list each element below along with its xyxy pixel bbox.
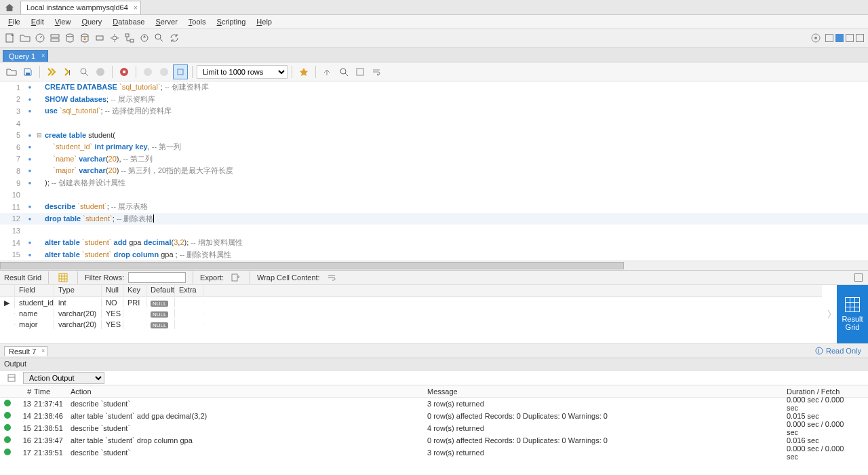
save-icon[interactable] bbox=[20, 64, 35, 79]
code-line[interactable]: 1●CREATE DATABASE `sql_tutorial`; -- 创建资… bbox=[0, 81, 868, 94]
result-tab[interactable]: Result 7 × bbox=[4, 346, 47, 356]
menu-help[interactable]: Help bbox=[251, 16, 277, 27]
close-icon[interactable]: × bbox=[134, 4, 138, 12]
query-tab[interactable]: Query 1 × bbox=[3, 50, 48, 62]
diagram-icon[interactable] bbox=[122, 31, 137, 45]
col-header[interactable]: Extra bbox=[175, 285, 203, 297]
connection-tab[interactable]: Local instance wampmysqld64 × bbox=[20, 1, 141, 14]
beautify-icon[interactable] bbox=[320, 64, 335, 79]
commit-icon[interactable] bbox=[140, 64, 155, 79]
col-header[interactable]: Field bbox=[15, 285, 54, 297]
status-ok-icon bbox=[4, 412, 11, 419]
app-tab-bar: Local instance wampmysqld64 × bbox=[0, 0, 868, 15]
svg-point-4 bbox=[66, 34, 73, 37]
code-line[interactable]: 10 bbox=[0, 189, 868, 201]
layout-4-button[interactable] bbox=[856, 34, 864, 42]
col-header[interactable]: Default bbox=[146, 285, 175, 297]
schema-sync-icon[interactable] bbox=[137, 31, 152, 45]
data-export-icon[interactable] bbox=[62, 31, 77, 45]
layout-3-button[interactable] bbox=[846, 34, 854, 42]
side-tab-label: Result Grid bbox=[842, 315, 863, 331]
code-line[interactable]: 13 bbox=[0, 225, 868, 237]
execute-icon[interactable] bbox=[44, 64, 59, 79]
wrap-icon[interactable] bbox=[369, 64, 384, 79]
dashboard-icon[interactable] bbox=[33, 31, 47, 45]
log-row[interactable]: 1421:38:46alter table `student` add gpa … bbox=[0, 410, 868, 422]
table-row[interactable]: ▶student_idintNOPRINULL bbox=[0, 297, 822, 308]
code-line[interactable]: 7● `name` varchar(20), -- 第二列 bbox=[0, 153, 868, 166]
log-row[interactable]: 1521:38:51describe `student`4 row(s) ret… bbox=[0, 422, 868, 434]
menu-query[interactable]: Query bbox=[76, 16, 107, 27]
toggle-panel-button[interactable] bbox=[854, 273, 863, 282]
stop-on-error-icon[interactable] bbox=[117, 64, 132, 79]
menu-database[interactable]: Database bbox=[107, 16, 150, 27]
server-admin-icon[interactable] bbox=[47, 31, 62, 45]
table-row[interactable]: namevarchar(20)YESNULL bbox=[0, 308, 822, 319]
info-icon: i bbox=[815, 347, 823, 355]
export-icon[interactable] bbox=[228, 270, 243, 285]
code-line[interactable]: 5●⊟create table student( bbox=[0, 129, 868, 141]
find-icon[interactable] bbox=[336, 64, 351, 79]
close-icon[interactable]: × bbox=[41, 52, 45, 59]
layout-2-button[interactable] bbox=[835, 34, 844, 42]
result-tab-label: Result 7 bbox=[9, 347, 36, 356]
output-type-select[interactable]: Action Output bbox=[23, 372, 104, 384]
new-sql-tab-icon[interactable] bbox=[3, 31, 18, 45]
sql-editor[interactable]: 1●CREATE DATABASE `sql_tutorial`; -- 创建资… bbox=[0, 81, 868, 261]
open-file-icon[interactable] bbox=[4, 64, 19, 79]
svg-point-7 bbox=[113, 36, 117, 40]
close-icon[interactable]: × bbox=[41, 347, 45, 354]
col-header[interactable]: Type bbox=[54, 285, 102, 297]
explain-icon[interactable] bbox=[77, 64, 92, 79]
menu-server[interactable]: Server bbox=[150, 16, 182, 27]
execute-cursor-icon[interactable]: I bbox=[60, 64, 75, 79]
notifications-icon[interactable] bbox=[808, 31, 823, 45]
rollback-icon[interactable] bbox=[157, 64, 172, 79]
invisible-chars-icon[interactable] bbox=[353, 64, 368, 79]
data-import-icon[interactable] bbox=[77, 31, 92, 45]
col-header[interactable]: Null bbox=[102, 285, 123, 297]
result-grid-panel: FieldTypeNullKeyDefaultExtra ▶student_id… bbox=[0, 285, 868, 343]
svg-point-11 bbox=[155, 34, 161, 39]
code-line[interactable]: 14●alter table `student` add gpa decimal… bbox=[0, 237, 868, 249]
horizontal-scrollbar[interactable] bbox=[0, 261, 868, 270]
side-handle[interactable] bbox=[822, 285, 837, 343]
table-row[interactable]: majorvarchar(20)YESNULL bbox=[0, 319, 822, 330]
result-grid-side-tab[interactable]: Result Grid bbox=[837, 285, 868, 343]
clear-output-icon[interactable] bbox=[4, 370, 19, 385]
autocommit-icon[interactable] bbox=[173, 64, 188, 79]
code-line[interactable]: 15●alter table `student` drop column gpa… bbox=[0, 248, 868, 261]
menu-edit[interactable]: Edit bbox=[26, 16, 50, 27]
col-header[interactable]: Key bbox=[123, 285, 146, 297]
limit-select[interactable]: Limit to 1000 rows bbox=[197, 65, 288, 79]
reconnect-icon[interactable] bbox=[167, 31, 182, 45]
filter-rows-input[interactable] bbox=[128, 272, 186, 283]
code-line[interactable]: 8● `major` varchar(20) -- 第三列，20指的是最大字符长… bbox=[0, 165, 868, 177]
menu-tools[interactable]: Tools bbox=[183, 16, 212, 27]
menu-scripting[interactable]: Scripting bbox=[212, 16, 252, 27]
migration-icon[interactable] bbox=[92, 31, 107, 45]
svg-point-13 bbox=[814, 37, 817, 39]
code-line[interactable]: 6● `student_id` int primary key, -- 第一列 bbox=[0, 141, 868, 153]
bookmark-icon[interactable] bbox=[296, 64, 311, 79]
code-line[interactable]: 9●); -- 创建表格并设计属性 bbox=[0, 177, 868, 189]
menu-file[interactable]: File bbox=[3, 16, 26, 27]
open-sql-icon[interactable] bbox=[18, 31, 33, 45]
log-row[interactable]: 1621:39:47alter table `student` drop col… bbox=[0, 434, 868, 446]
home-icon[interactable] bbox=[3, 1, 16, 14]
log-row[interactable]: 1321:37:41describe `student`3 row(s) ret… bbox=[0, 398, 868, 410]
stop-icon[interactable] bbox=[93, 64, 108, 79]
log-row[interactable]: 1721:39:51describe `student`3 row(s) ret… bbox=[0, 446, 868, 459]
code-line[interactable]: 11●describe `student`; -- 展示表格 bbox=[0, 201, 868, 213]
visual-icon[interactable] bbox=[107, 31, 122, 45]
code-line[interactable]: 2●SHOW databases; -- 展示资料库 bbox=[0, 94, 868, 106]
menu-view[interactable]: View bbox=[50, 16, 77, 27]
code-line[interactable]: 4 bbox=[0, 117, 868, 130]
wrap-cell-icon[interactable] bbox=[324, 270, 339, 285]
svg-point-23 bbox=[340, 69, 346, 74]
code-line[interactable]: 12●drop table `student`; -- 删除表格 bbox=[0, 213, 868, 225]
result-grid-icon[interactable] bbox=[56, 270, 71, 285]
search-icon[interactable] bbox=[152, 31, 167, 45]
code-line[interactable]: 3●use `sql_tutorial`; -- 选择使用的资料库 bbox=[0, 105, 868, 117]
layout-1-button[interactable] bbox=[825, 34, 833, 42]
